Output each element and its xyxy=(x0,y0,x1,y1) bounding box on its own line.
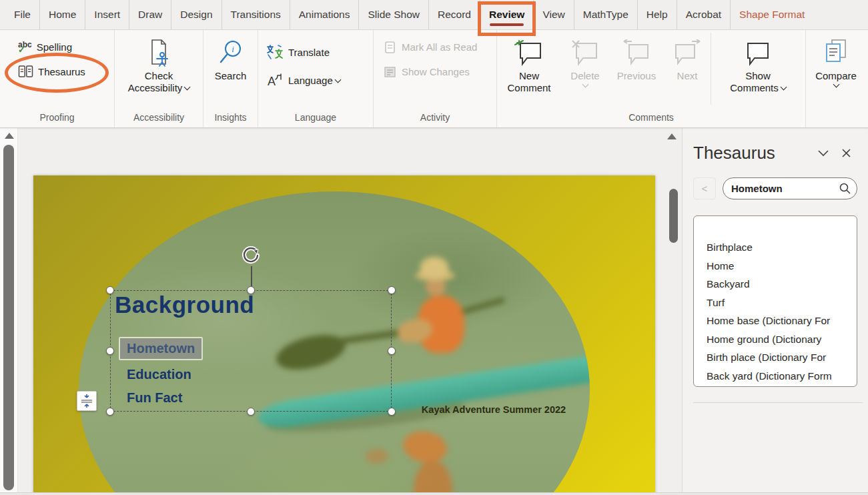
ribbon-group-language: Translate A Language Language xyxy=(258,30,374,127)
pane-options-button[interactable] xyxy=(812,145,835,162)
thesaurus-button[interactable]: Thesaurus xyxy=(0,59,114,84)
menu-tab[interactable]: Help xyxy=(637,0,677,29)
thesaurus-result-item[interactable]: Home ground (Dictionary xyxy=(694,330,857,349)
selection-handle[interactable] xyxy=(106,286,114,294)
language-button[interactable]: A Language xyxy=(258,66,373,94)
menu-tab-label: Animations xyxy=(299,9,350,21)
check-accessibility-button[interactable]: Check Accessibility xyxy=(115,30,203,110)
next-comment-icon xyxy=(672,35,703,70)
pane-close-button[interactable] xyxy=(835,145,857,162)
menu-tab[interactable]: Draw xyxy=(129,0,171,29)
svg-text:A: A xyxy=(268,75,276,87)
thesaurus-result-item[interactable]: Home xyxy=(694,257,857,276)
left-scrollbar[interactable] xyxy=(0,128,18,495)
menu-tab[interactable]: Record xyxy=(428,0,480,29)
next-comment-label: Next xyxy=(677,70,698,82)
grid-icon xyxy=(384,65,397,79)
rotate-handle-icon[interactable] xyxy=(240,245,262,266)
thesaurus-result-label: Home base (Dictionary For xyxy=(707,315,830,326)
menu-tab[interactable]: Animations xyxy=(290,0,359,29)
delete-comment-icon xyxy=(570,35,600,70)
menu-tab-label: Shape Format xyxy=(739,9,805,21)
translate-button[interactable]: Translate xyxy=(258,38,373,66)
compare-button[interactable]: Compare xyxy=(806,30,866,110)
mark-all-as-read-button[interactable]: Mark All as Read xyxy=(374,35,496,59)
menu-tab-label: Acrobat xyxy=(686,9,721,21)
selection-handle[interactable] xyxy=(388,347,396,355)
thesaurus-result-item[interactable]: Birth place (Dictionary For xyxy=(694,348,857,367)
ribbon-group-accessibility: Check Accessibility Accessibility xyxy=(115,30,203,127)
selection-handle[interactable] xyxy=(106,347,114,355)
menu-tab-label: View xyxy=(542,9,564,21)
thesaurus-result-item[interactable]: Turf xyxy=(694,294,857,312)
menu-tab[interactable]: MathType xyxy=(574,0,637,29)
chevron-down-icon xyxy=(818,150,829,157)
menu-tab[interactable]: Shape Format xyxy=(730,0,813,29)
menu-tab[interactable]: File xyxy=(5,0,39,29)
water-reflection xyxy=(401,428,450,466)
active-tab-underline xyxy=(490,23,524,26)
water-reflection xyxy=(414,461,452,495)
scroll-up-icon[interactable] xyxy=(667,133,677,139)
spelling-button[interactable]: abc✓ Spelling xyxy=(0,35,114,59)
selection-handle[interactable] xyxy=(106,408,114,416)
thesaurus-result-item[interactable]: Backyard xyxy=(694,275,857,294)
magnifier-icon[interactable] xyxy=(839,182,851,195)
ribbon-group-comments: New Comment Delete xyxy=(497,30,806,127)
menu-tab[interactable]: Home xyxy=(39,0,85,29)
selection-handle[interactable] xyxy=(388,408,396,416)
chevron-down-icon xyxy=(582,81,588,88)
menu-tab[interactable]: Transitions xyxy=(222,0,290,29)
thesaurus-result-label: Birth place (Dictionary For xyxy=(707,352,826,363)
textbox-selection-border[interactable] xyxy=(110,290,392,412)
thesaurus-result-item[interactable]: Birthplace xyxy=(694,238,857,257)
new-comment-button[interactable]: New Comment xyxy=(497,30,561,110)
spelling-label: Spelling xyxy=(37,41,72,53)
menu-tab[interactable]: Slide Show xyxy=(358,0,428,29)
show-changes-button[interactable]: Show Changes xyxy=(374,59,496,84)
new-comment-icon xyxy=(514,35,544,70)
menu-tab[interactable]: Review xyxy=(480,0,533,29)
group-label-accessibility: Accessibility xyxy=(115,110,203,127)
thesaurus-result-item[interactable]: Home base (Dictionary For xyxy=(694,312,857,330)
thesaurus-search-input[interactable] xyxy=(731,183,839,194)
show-comments-button[interactable]: Show Comments xyxy=(711,30,805,110)
menu-tab[interactable]: Design xyxy=(171,0,221,29)
thesaurus-results-list: Birthplace (n.) Birthplace Home Backyard xyxy=(693,215,857,387)
menu-bar: File Home Insert Draw Design Transi xyxy=(0,0,868,30)
ribbon: abc✓ Spelling Thesaurus xyxy=(0,30,868,128)
previous-comment-button[interactable]: Previous xyxy=(609,30,664,110)
autofit-options-button[interactable] xyxy=(77,391,97,411)
previous-comment-icon xyxy=(621,35,652,70)
search-button[interactable]: i Search xyxy=(203,30,258,110)
menu-tab[interactable]: Insert xyxy=(85,0,129,29)
menu-tab-label: Slide Show xyxy=(368,9,420,21)
scroll-up-icon[interactable] xyxy=(5,133,14,139)
delete-comment-button[interactable]: Delete xyxy=(561,30,609,110)
next-comment-button[interactable]: Next xyxy=(664,30,711,110)
selection-handle[interactable] xyxy=(247,408,255,416)
menu-tab-label: Insert xyxy=(94,9,120,21)
water-reflection xyxy=(366,449,388,464)
show-changes-label: Show Changes xyxy=(402,66,470,77)
back-button[interactable]: < xyxy=(693,177,716,199)
group-label-proofing: Proofing xyxy=(0,110,114,127)
close-icon xyxy=(842,149,851,157)
show-comments-label-line1: Show xyxy=(745,70,771,82)
kayaker-hat-dome xyxy=(420,257,448,277)
left-scrollbar-thumb[interactable] xyxy=(3,145,14,490)
menu-tab[interactable]: View xyxy=(533,0,573,29)
right-scrollbar-thumb[interactable] xyxy=(669,189,678,243)
group-label-comments: Comments xyxy=(497,110,805,127)
slide-canvas[interactable]: Background Hometown Education Fun Fact K… xyxy=(33,175,655,495)
chevron-down-icon xyxy=(780,84,787,91)
thesaurus-result-label: Home ground (Dictionary xyxy=(707,334,821,345)
selection-handle[interactable] xyxy=(388,286,396,294)
check-accessibility-label-line1: Check xyxy=(145,70,173,82)
pane-title: Thesaurus xyxy=(693,143,812,163)
thesaurus-result-item[interactable]: Back yard (Dictionary Form xyxy=(694,367,857,386)
menu-tab-label: Design xyxy=(180,9,212,21)
menu-tab[interactable]: Acrobat xyxy=(677,0,730,29)
selection-handle[interactable] xyxy=(247,286,255,294)
slide-caption[interactable]: Kayak Adventure Summer 2022 xyxy=(407,404,580,415)
